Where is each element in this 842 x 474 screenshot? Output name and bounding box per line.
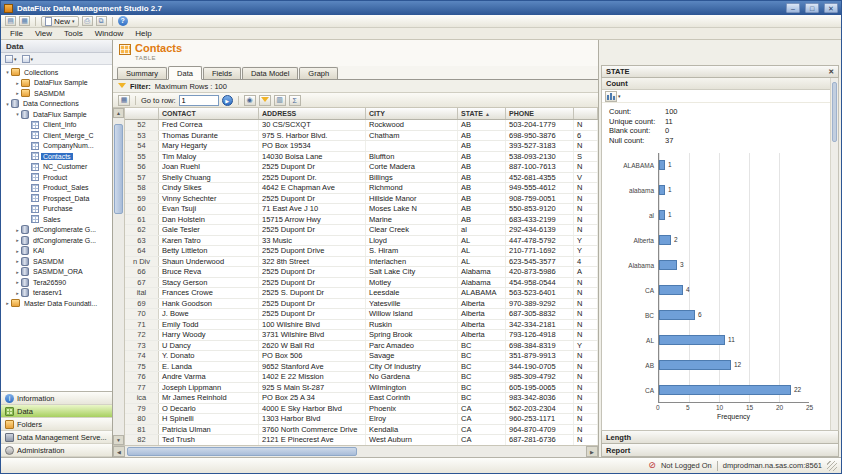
row-number-cell[interactable]: 54 xyxy=(125,141,159,151)
cell-extra[interactable]: Y xyxy=(574,246,598,256)
cell-state[interactable]: CA xyxy=(458,425,506,435)
sidebar-panel-folders[interactable]: Folders xyxy=(1,418,112,431)
cell-contact[interactable]: Tim Maloy xyxy=(159,152,259,162)
tab-data-model[interactable]: Data Model xyxy=(242,67,298,79)
cell-phone[interactable]: 960-253-1171 xyxy=(506,414,574,424)
menu-file[interactable]: File xyxy=(4,29,29,38)
row-number-cell[interactable]: 69 xyxy=(125,299,159,309)
cell-city[interactable]: Moses Lake N xyxy=(366,204,458,214)
column-header-phone[interactable]: PHONE xyxy=(506,108,574,119)
column-header-state[interactable]: STATE▲ xyxy=(458,108,506,119)
cell-address[interactable]: 9652 Stanford Ave xyxy=(259,362,366,372)
row-number-cell[interactable]: 75 xyxy=(125,362,159,372)
cell-city[interactable]: Leesdale xyxy=(366,288,458,298)
cell-address[interactable]: 14030 Boisa Lane xyxy=(259,152,366,162)
cell-city[interactable]: Motley xyxy=(366,278,458,288)
cell-state[interactable]: AB xyxy=(458,183,506,193)
cell-state[interactable]: AB xyxy=(458,162,506,172)
cell-state[interactable]: CA xyxy=(458,414,506,424)
cell-address[interactable]: 4642 E Chapman Ave xyxy=(259,183,366,193)
row-number-cell[interactable]: 81 xyxy=(125,425,159,435)
cell-address[interactable]: PO Box 25 A 34 xyxy=(259,393,366,403)
print-icon[interactable]: ⎙ xyxy=(82,16,93,26)
cell-address[interactable]: PO Box 19534 xyxy=(259,141,366,151)
cell-address[interactable]: 2121 E Pinecrest Ave xyxy=(259,435,366,445)
cell-phone[interactable]: 538-093-2130 xyxy=(506,152,574,162)
cell-contact[interactable]: Karen Tatro xyxy=(159,236,259,246)
cell-extra[interactable]: N xyxy=(574,393,598,403)
cell-address[interactable]: 2525 Dupont Dr xyxy=(259,194,366,204)
cell-extra[interactable]: Y xyxy=(574,236,598,246)
cell-address[interactable]: 100 Wilshire Blvd xyxy=(259,320,366,330)
row-number-cell[interactable]: 67 xyxy=(125,278,159,288)
cell-phone[interactable]: 454-958-0544 xyxy=(506,278,574,288)
tree-caret-icon[interactable]: ▸ xyxy=(4,300,11,306)
row-number-cell[interactable]: ica xyxy=(125,393,159,403)
tree-item-nc-customer[interactable]: NC_Customer xyxy=(1,162,112,173)
cell-extra[interactable]: N xyxy=(574,204,598,214)
cell-state[interactable]: CA xyxy=(458,435,506,445)
cell-extra[interactable]: N xyxy=(574,183,598,193)
find-icon[interactable]: ◉ xyxy=(244,95,256,106)
cell-state[interactable]: AB xyxy=(458,141,506,151)
cell-city[interactable]: Phoenix xyxy=(366,404,458,414)
cell-address[interactable]: 925 S Main St-287 xyxy=(259,383,366,393)
cell-state[interactable]: AL xyxy=(458,257,506,267)
cell-city[interactable]: Salt Lake City xyxy=(366,267,458,277)
length-panel-header[interactable]: Length xyxy=(601,431,839,444)
tree-item-sasmdm-ora[interactable]: ▸SASMDM_ORA xyxy=(1,267,112,278)
cell-extra[interactable]: N xyxy=(574,215,598,225)
count-section-header[interactable]: Count xyxy=(602,78,838,90)
cell-contact[interactable]: Stacy Gerson xyxy=(159,278,259,288)
tree-item-tera26590[interactable]: ▸Tera26590 xyxy=(1,277,112,288)
sidebar-panel-administration[interactable]: Administration xyxy=(1,444,112,457)
cell-address[interactable]: 975 S. Harbor Blvd. xyxy=(259,131,366,141)
row-number-cell[interactable]: 63 xyxy=(125,236,159,246)
tree-item-sasmdm[interactable]: ▸SASMDM xyxy=(1,256,112,267)
cell-contact[interactable]: Mr James Reinhold xyxy=(159,393,259,403)
cell-extra[interactable]: N xyxy=(574,404,598,414)
cell-address[interactable]: 15715 Arrow Hwy xyxy=(259,215,366,225)
tree-item-sales[interactable]: Sales xyxy=(1,214,112,225)
cell-state[interactable]: Alberta xyxy=(458,299,506,309)
minimize-button[interactable]: – xyxy=(786,3,800,13)
menu-view[interactable]: View xyxy=(29,29,58,38)
new-button[interactable]: New ▾ xyxy=(41,16,79,27)
cell-state[interactable]: Alabama xyxy=(458,278,506,288)
tiles-icon[interactable]: ▦ xyxy=(19,16,30,26)
tab-summary[interactable]: Summary xyxy=(117,67,167,79)
cell-address[interactable]: 2525 Dupont Dr xyxy=(259,278,366,288)
tab-graph[interactable]: Graph xyxy=(299,67,338,79)
cell-extra[interactable]: V xyxy=(574,173,598,183)
cell-state[interactable]: AB xyxy=(458,215,506,225)
cell-city[interactable]: Willow Island xyxy=(366,309,458,319)
cell-phone[interactable]: 351-879-9913 xyxy=(506,351,574,361)
cell-extra[interactable]: N xyxy=(574,414,598,424)
scroll-track[interactable] xyxy=(125,446,586,457)
cell-contact[interactable]: H Spinelli xyxy=(159,414,259,424)
row-number-cell[interactable]: 71 xyxy=(125,320,159,330)
cell-extra[interactable]: N xyxy=(574,278,598,288)
row-number-cell[interactable]: 76 xyxy=(125,372,159,382)
tree-caret-icon[interactable]: ▸ xyxy=(14,290,21,296)
cell-state[interactable]: AL xyxy=(458,246,506,256)
row-number-cell[interactable]: 82 xyxy=(125,435,159,445)
cell-phone[interactable]: 983-342-8036 xyxy=(506,393,574,403)
chevron-down-icon[interactable]: ▾ xyxy=(618,93,621,99)
cell-city[interactable]: Interlachen xyxy=(366,257,458,267)
column-header-contact[interactable]: CONTACT xyxy=(159,108,259,119)
help-icon[interactable]: ? xyxy=(118,16,128,26)
cell-phone[interactable]: 393-527-3183 xyxy=(506,141,574,151)
row-number-cell[interactable]: 60 xyxy=(125,204,159,214)
cell-phone[interactable]: 344-190-0705 xyxy=(506,362,574,372)
tree-caret-icon[interactable]: ▸ xyxy=(14,80,21,86)
tree-filter-button[interactable]: ▾ xyxy=(22,55,34,63)
row-number-cell[interactable]: 64 xyxy=(125,246,159,256)
cell-extra[interactable]: 4 xyxy=(574,257,598,267)
cell-phone[interactable]: 698-950-3876 xyxy=(506,131,574,141)
cell-city[interactable]: Billings xyxy=(366,173,458,183)
cell-phone[interactable]: 623-545-3577 xyxy=(506,257,574,267)
cell-extra[interactable]: N xyxy=(574,383,598,393)
row-number-cell[interactable]: 61 xyxy=(125,215,159,225)
cell-city[interactable]: No Gardena xyxy=(366,372,458,382)
